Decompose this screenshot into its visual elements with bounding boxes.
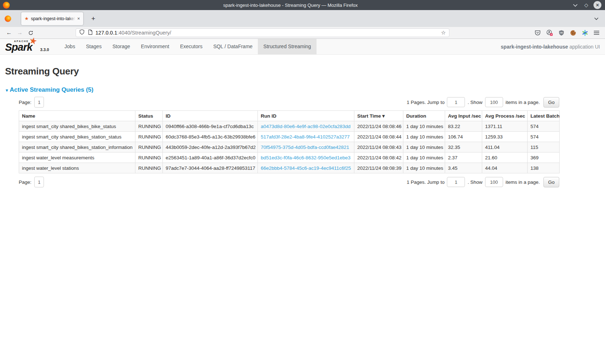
nav-tab-storage[interactable]: Storage bbox=[107, 39, 135, 54]
page-label: Page: bbox=[19, 179, 31, 185]
column-header-latest-batch[interactable]: Latest Batch bbox=[528, 111, 560, 121]
browser-tabbar: ★ spark-ingest-into-lakehous × + bbox=[0, 10, 605, 27]
show-items-input[interactable] bbox=[485, 177, 503, 187]
run-id-link[interactable]: 517afd3f-28e2-4ba8-9fe4-4102527a3277 bbox=[261, 134, 350, 140]
url-bar[interactable]: 127.0.0.1:4040/StreamingQuery/ ☆ bbox=[76, 28, 449, 37]
nav-tab-environment[interactable]: Environment bbox=[135, 39, 175, 54]
go-button[interactable]: Go bbox=[543, 97, 559, 108]
cell-status: RUNNING bbox=[135, 121, 163, 132]
streaming-queries-table: NameStatusIDRun IDStart Time ▾DurationAv… bbox=[19, 110, 560, 173]
cell-avg-process: 1371.11 bbox=[482, 121, 528, 132]
firefox-logo-icon bbox=[3, 2, 10, 9]
cell-name: ingest smart_city shared_bikes_station_s… bbox=[19, 132, 135, 142]
cell-latest-batch: 574 bbox=[528, 132, 560, 142]
maximize-button[interactable]: ◇ bbox=[582, 1, 590, 9]
table-row: ingest water_level measurementsRUNNINGe2… bbox=[19, 153, 560, 163]
close-button[interactable]: × bbox=[593, 1, 601, 9]
cell-duration: 1 day 10 minutes bbox=[403, 163, 445, 173]
go-button[interactable]: Go bbox=[543, 177, 559, 187]
column-header-run-id[interactable]: Run ID bbox=[258, 111, 354, 121]
cell-status: RUNNING bbox=[135, 142, 163, 153]
cell-run-id: a0473d8d-80e6-4e9f-ac98-02e0cfa283dd bbox=[258, 121, 354, 132]
cell-avg-process: 44.04 bbox=[482, 163, 528, 173]
cell-run-id: 66e2bbb4-5784-45c6-ac19-4ec9411c6f25 bbox=[258, 163, 354, 173]
column-header-name[interactable]: Name bbox=[19, 111, 135, 121]
run-id-link[interactable]: bd51ed3c-f0fa-46c6-8632-950e5ed1ebe3 bbox=[261, 155, 350, 160]
window-titlebar: spark-ingest-into-lakehouse - Streaming … bbox=[0, 0, 605, 10]
run-id-link[interactable]: 70f54975-375d-4d05-bdfa-ccd0fae42821 bbox=[261, 145, 349, 150]
nav-tab-sql-dataframe[interactable]: SQL / DataFrame bbox=[208, 39, 258, 54]
page-label: Page: bbox=[19, 100, 31, 105]
cell-avg-input: 106.74 bbox=[445, 132, 482, 142]
table-row: ingest smart_city shared_bikes_station_s… bbox=[19, 132, 560, 142]
page-info-icon[interactable] bbox=[88, 29, 93, 36]
cell-latest-batch: 115 bbox=[528, 142, 560, 153]
column-header-avg-input-sec[interactable]: Avg Input /sec bbox=[445, 111, 482, 121]
column-header-start-time[interactable]: Start Time ▾ bbox=[354, 111, 403, 121]
pages-text: 1 Pages. Jump to bbox=[407, 100, 444, 105]
cell-duration: 1 day 10 minutes bbox=[403, 153, 445, 163]
column-header-status[interactable]: Status bbox=[135, 111, 163, 121]
cell-id: 443b0059-2dec-40fe-a12d-2a393f7b67d2 bbox=[163, 142, 258, 153]
profile-extension-icon[interactable] bbox=[546, 29, 553, 36]
jump-to-input[interactable] bbox=[447, 177, 465, 187]
cell-run-id: 517afd3f-28e2-4ba8-9fe4-4102527a3277 bbox=[258, 132, 354, 142]
page-number-input[interactable] bbox=[34, 177, 44, 187]
spark-logo[interactable]: APACHE Spark ★ 3.3.0 bbox=[5, 39, 49, 54]
cell-duration: 1 day 10 minutes bbox=[403, 121, 445, 132]
ublock-origin-icon[interactable]: UO bbox=[559, 30, 564, 36]
shield-icon[interactable] bbox=[79, 29, 85, 36]
column-header-duration[interactable]: Duration bbox=[403, 111, 445, 121]
nav-tab-jobs[interactable]: Jobs bbox=[59, 39, 81, 54]
cell-run-id: bd51ed3c-f0fa-46c6-8632-950e5ed1ebe3 bbox=[258, 153, 354, 163]
menu-icon[interactable] bbox=[594, 31, 599, 35]
cell-id: 60dc3768-85e3-4fb5-a13c-63b29938bfe6 bbox=[163, 132, 258, 142]
active-streaming-queries-toggle[interactable]: ▾Active Streaming Queries (5) bbox=[6, 86, 600, 94]
svg-text:UO: UO bbox=[560, 31, 563, 33]
tab-close-icon[interactable]: × bbox=[77, 16, 80, 21]
pages-text: 1 Pages. Jump to bbox=[407, 179, 444, 185]
pocket-icon[interactable] bbox=[535, 30, 541, 36]
browser-tab[interactable]: ★ spark-ingest-into-lakehous × bbox=[21, 12, 83, 25]
app-suffix: application UI bbox=[568, 44, 600, 50]
cell-id: 0940ff66-a308-466b-9e1a-cf7cd6dba13c bbox=[163, 121, 258, 132]
column-header-avg-process-sec[interactable]: Avg Process /sec bbox=[482, 111, 528, 121]
minimize-button[interactable] bbox=[571, 1, 579, 9]
table-header-row: NameStatusIDRun IDStart Time ▾DurationAv… bbox=[19, 111, 560, 121]
window-title: spark-ingest-into-lakehouse - Streaming … bbox=[10, 3, 571, 8]
cell-status: RUNNING bbox=[135, 163, 163, 173]
cookie-extension-icon[interactable] bbox=[570, 30, 576, 36]
spark-version: 3.3.0 bbox=[40, 47, 49, 52]
new-tab-button[interactable]: + bbox=[89, 15, 98, 23]
page-number-input[interactable] bbox=[34, 97, 44, 108]
back-button[interactable]: ← bbox=[4, 29, 14, 36]
nav-tab-structured-streaming[interactable]: Structured Streaming bbox=[258, 39, 316, 54]
asterisk-extension-icon[interactable] bbox=[582, 30, 588, 36]
cell-name: ingest smart_city shared_bikes_bike_stat… bbox=[19, 121, 135, 132]
nav-tab-stages[interactable]: Stages bbox=[81, 39, 107, 54]
table-row: ingest smart_city shared_bikes_bike_stat… bbox=[19, 121, 560, 132]
cell-avg-process: 1259.33 bbox=[482, 132, 528, 142]
app-name: spark-ingest-into-lakehouse bbox=[501, 44, 568, 50]
cell-id: e2563451-1a89-40a1-a86f-36d37d2ecfc0 bbox=[163, 153, 258, 163]
cell-duration: 1 day 10 minutes bbox=[403, 142, 445, 153]
pagination-top: Page: 1 Pages. Jump to . Show items in a… bbox=[19, 97, 559, 108]
application-ui-label: spark-ingest-into-lakehouse application … bbox=[501, 44, 600, 50]
browser-toolbar: ← → 127.0.0.1:4040/StreamingQuery/ ☆ UO bbox=[0, 27, 605, 39]
list-all-tabs-button[interactable] bbox=[594, 17, 599, 20]
cell-avg-input: 32.35 bbox=[445, 142, 482, 153]
collapse-arrow-icon: ▾ bbox=[6, 88, 8, 93]
column-header-id[interactable]: ID bbox=[163, 111, 258, 121]
nav-tab-executors[interactable]: Executors bbox=[175, 39, 208, 54]
run-id-link[interactable]: 66e2bbb4-5784-45c6-ac19-4ec9411c6f25 bbox=[261, 165, 351, 171]
bookmark-star-icon[interactable]: ☆ bbox=[441, 29, 446, 36]
show-text: . Show bbox=[467, 100, 482, 105]
cell-start-time: 2022/11/24 08:08:39 bbox=[354, 163, 403, 173]
show-items-input[interactable] bbox=[485, 97, 503, 107]
jump-to-input[interactable] bbox=[447, 97, 465, 107]
run-id-link[interactable]: a0473d8d-80e6-4e9f-ac98-02e0cfa283dd bbox=[261, 124, 350, 129]
spark-navbar: APACHE Spark ★ 3.3.0 JobsStagesStorageEn… bbox=[0, 39, 605, 55]
forward-button[interactable]: → bbox=[14, 29, 25, 36]
spark-favicon-icon: ★ bbox=[24, 16, 29, 21]
cell-duration: 1 day 10 minutes bbox=[403, 132, 445, 142]
